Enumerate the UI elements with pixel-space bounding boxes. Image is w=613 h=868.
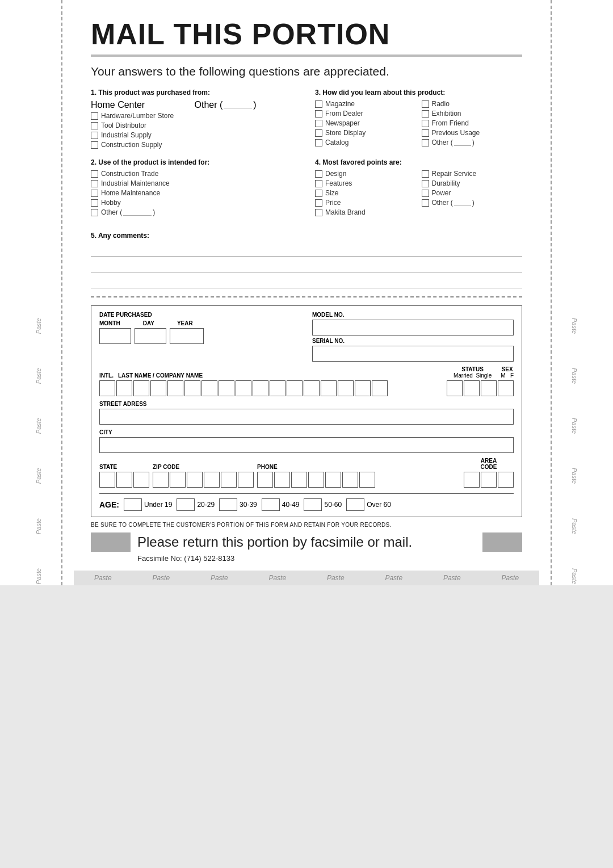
- model-serial-section: MODEL NO. SERIAL NO.: [312, 312, 514, 362]
- zip-box-4: [204, 472, 220, 488]
- q4-cb-makita[interactable]: [315, 209, 322, 216]
- m-box: [481, 380, 497, 396]
- comment-line-2: [91, 260, 522, 272]
- name-box-9: [253, 380, 268, 396]
- q1-label-tool: Tool Distributor: [101, 121, 146, 129]
- side-paste-label: Paste: [35, 368, 42, 384]
- phone-box-3: [291, 472, 307, 488]
- side-paste-label: Paste: [35, 518, 42, 534]
- q3-cb-other[interactable]: [422, 139, 429, 146]
- city-input[interactable]: [99, 437, 514, 453]
- city-label: CITY: [99, 429, 514, 435]
- phone-section: PHONE: [257, 464, 460, 488]
- q2-cb-trade[interactable]: [91, 170, 98, 178]
- paste-item-1: Paste: [94, 574, 112, 582]
- q3-label-store: Store Display: [325, 129, 366, 137]
- name-box-1: [116, 380, 132, 396]
- name-char-boxes: [116, 380, 443, 396]
- street-section: STREET ADRESS: [99, 401, 514, 425]
- q4-cb-power[interactable]: [422, 190, 429, 197]
- q1-title: 1. This product was purchased from:: [91, 89, 298, 97]
- q2-cb-other[interactable]: [91, 209, 98, 216]
- name-box-8: [236, 380, 251, 396]
- q3-label-other: Other (: [432, 139, 453, 146]
- day-input[interactable]: [135, 328, 166, 344]
- q3-label-catalog: Catalog: [325, 139, 349, 146]
- q3-cb-exhibition[interactable]: [422, 110, 429, 118]
- phone-boxes: [257, 472, 460, 488]
- q3-label-radio: Radio: [432, 100, 450, 108]
- q1-checkbox-hardware[interactable]: [91, 112, 98, 120]
- state-box-2: [116, 472, 132, 488]
- month-input[interactable]: [99, 328, 131, 344]
- q1-checkbox-industrial[interactable]: [91, 132, 98, 139]
- form-box: DATE PURCHASED MONTH DAY YEAR: [91, 305, 522, 517]
- name-box-6: [201, 380, 217, 396]
- q1-row-industrial: Industrial Supply: [91, 131, 298, 139]
- name-box-15: [355, 380, 371, 396]
- q1-checkbox-construction[interactable]: [91, 141, 98, 149]
- q4-cb-repair[interactable]: [422, 170, 429, 178]
- q3-col2: Radio Exhibition From Friend Previous Us…: [422, 100, 523, 148]
- q4-cb-price[interactable]: [315, 199, 322, 207]
- q2-label-industrial: Industrial Maintenance: [101, 179, 170, 187]
- paste-item-5: Paste: [327, 574, 345, 582]
- date-sublabels: MONTH DAY YEAR: [99, 320, 301, 326]
- name-box-5: [184, 380, 200, 396]
- state-zip-phone-row: STATE ZIP CODE: [99, 458, 514, 488]
- question-2: 2. Use of the product is intended for: C…: [91, 158, 298, 218]
- name-box-11: [287, 380, 303, 396]
- q4-cb-durability[interactable]: [422, 180, 429, 187]
- q3-cb-friend[interactable]: [422, 120, 429, 127]
- q2-label-home: Home Maintenance: [101, 189, 160, 197]
- state-box-1: [99, 472, 115, 488]
- area-code-boxes: [464, 472, 514, 488]
- age-over60: Over 60: [346, 498, 391, 511]
- age-box-2029: [177, 498, 195, 511]
- q3-cb-dealer[interactable]: [315, 110, 322, 118]
- serial-input[interactable]: [312, 346, 514, 362]
- q2-cb-hobby[interactable]: [91, 199, 98, 207]
- q1-label-industrial: Industrial Supply: [101, 131, 152, 139]
- area-box-1: [464, 472, 480, 488]
- q1-label-construction: Construction Supply: [101, 141, 162, 149]
- q2-cb-industrial[interactable]: [91, 180, 98, 187]
- question-1: 1. This product was purchased from: Home…: [91, 89, 298, 150]
- intl-label: INTL.: [99, 372, 114, 379]
- date-section: DATE PURCHASED MONTH DAY YEAR: [99, 312, 301, 362]
- street-input[interactable]: [99, 409, 514, 425]
- q3-cb-store[interactable]: [315, 129, 322, 137]
- q4-cb-features[interactable]: [315, 180, 322, 187]
- q3-cb-newspaper[interactable]: [315, 120, 322, 127]
- side-paste-label-right: Paste: [571, 418, 578, 434]
- age-box-u19: [124, 498, 142, 511]
- q3-cb-radio[interactable]: [422, 100, 429, 108]
- date-boxes: [99, 328, 301, 344]
- q3-cols: Magazine From Dealer Newspaper Store Dis…: [315, 100, 522, 148]
- q2-cb-home[interactable]: [91, 190, 98, 197]
- q2-title: 2. Use of the product is intended for:: [91, 158, 298, 166]
- subtitle: Your answers to the following questions …: [91, 65, 522, 78]
- q1-checkbox-tool[interactable]: [91, 122, 98, 129]
- street-label: STREET ADRESS: [99, 401, 514, 407]
- q4-label-other: Other (: [432, 199, 453, 207]
- age-2029: 20-29: [177, 498, 215, 511]
- registration-form: DATE PURCHASED MONTH DAY YEAR: [74, 297, 539, 563]
- q3-cb-catalog[interactable]: [315, 139, 322, 146]
- age-box-4049: [262, 498, 280, 511]
- q4-cb-design[interactable]: [315, 170, 322, 178]
- q3-cb-prev[interactable]: [422, 129, 429, 137]
- q3-cb-magazine[interactable]: [315, 100, 322, 108]
- phone-box-6: [342, 472, 358, 488]
- paste-item-7: Paste: [443, 574, 461, 582]
- model-input[interactable]: [312, 320, 514, 336]
- area-box-3: [498, 472, 514, 488]
- year-input[interactable]: [170, 328, 204, 344]
- q4-label-price: Price: [325, 199, 341, 207]
- q3-label-newspaper: Newspaper: [325, 119, 360, 127]
- q4-cb-size[interactable]: [315, 190, 322, 197]
- right-dashed-border: [551, 0, 552, 585]
- zip-box-1: [153, 472, 169, 488]
- age-5060: 50-60: [304, 498, 342, 511]
- q4-cb-other[interactable]: [422, 199, 429, 207]
